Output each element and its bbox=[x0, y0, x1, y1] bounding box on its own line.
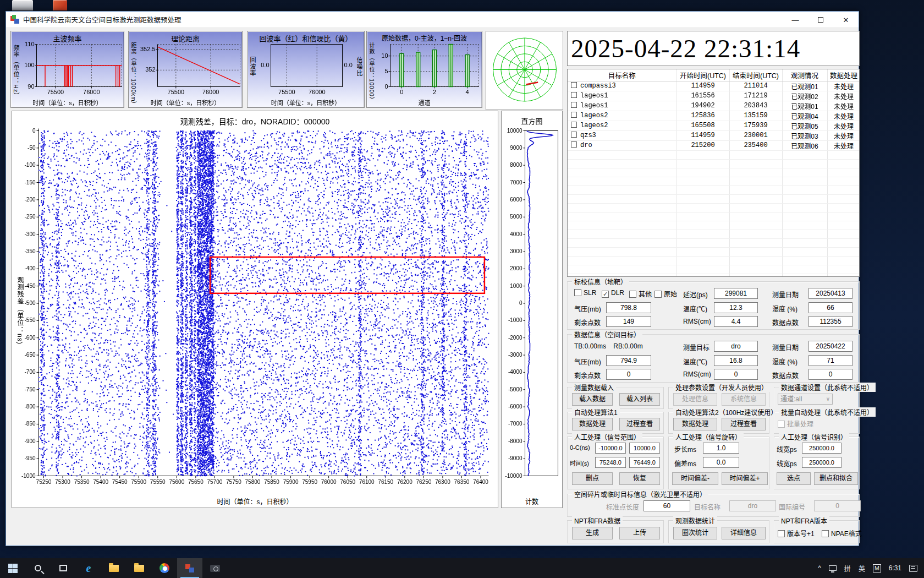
step-field[interactable]: 1.0 bbox=[703, 443, 739, 454]
table-row[interactable] bbox=[568, 159, 860, 168]
space-humidity-field[interactable]: 71 bbox=[809, 355, 853, 366]
ime-pinyin-indicator[interactable]: 拼 bbox=[840, 558, 855, 578]
clock-tray[interactable]: 6:31 bbox=[885, 558, 905, 578]
table-row[interactable] bbox=[568, 194, 860, 203]
generate-button[interactable]: 生成 bbox=[572, 527, 613, 539]
auto2-view-button[interactable]: 过程查看 bbox=[722, 418, 766, 430]
linewidth2-field[interactable]: 250000.0 bbox=[802, 457, 842, 468]
table-row[interactable]: lageos2165508175939已观测05未处理 bbox=[568, 121, 860, 130]
camera-app-button[interactable] bbox=[202, 558, 228, 578]
table-header-cell[interactable]: 数据处理 bbox=[827, 69, 860, 81]
row-checkbox[interactable] bbox=[571, 102, 577, 108]
space-count-field[interactable]: 0 bbox=[809, 369, 853, 380]
calib-points-field[interactable]: 149 bbox=[606, 316, 651, 327]
preprocess-app-button[interactable] bbox=[177, 558, 202, 578]
delete-fit-button[interactable]: 删点和拟合 bbox=[814, 472, 858, 485]
table-row[interactable] bbox=[568, 247, 860, 256]
space-points-field[interactable]: 0 bbox=[606, 369, 651, 380]
table-header-cell[interactable]: 开始时间(UTC) bbox=[676, 69, 729, 81]
calib-humidity-field[interactable]: 66 bbox=[809, 302, 853, 313]
table-row[interactable] bbox=[568, 230, 860, 238]
calib-temp-field[interactable]: 12.3 bbox=[714, 302, 758, 313]
table-row[interactable] bbox=[568, 168, 860, 177]
table-row[interactable] bbox=[568, 238, 860, 247]
tray-display-button[interactable] bbox=[825, 558, 840, 578]
linewidth1-field[interactable]: 250000.0 bbox=[802, 443, 842, 454]
row-checkbox[interactable] bbox=[571, 112, 577, 118]
load-data-button[interactable]: 载入数据 bbox=[572, 393, 613, 406]
notification-button[interactable] bbox=[905, 558, 921, 578]
minimize-button[interactable]: — bbox=[783, 12, 808, 28]
detail-info-button[interactable]: 详细信息 bbox=[722, 527, 766, 539]
time-offset-plus-button[interactable]: 时间偏差+ bbox=[722, 472, 768, 485]
load-list-button[interactable]: 载入列表 bbox=[619, 393, 660, 406]
table-row[interactable] bbox=[568, 221, 860, 230]
normal-point-length-field[interactable]: 60 bbox=[644, 500, 690, 511]
close-button[interactable]: ✕ bbox=[833, 12, 859, 28]
calib-pressure-field[interactable]: 798.8 bbox=[606, 302, 651, 313]
space-date-field[interactable]: 20250422 bbox=[809, 341, 853, 352]
table-row[interactable] bbox=[568, 150, 860, 159]
space-target-field[interactable]: dro bbox=[714, 341, 758, 352]
table-header-cell[interactable]: 观测情况 bbox=[782, 69, 827, 81]
row-checkbox[interactable] bbox=[571, 82, 577, 88]
table-row[interactable] bbox=[568, 256, 860, 265]
row-checkbox[interactable] bbox=[571, 141, 577, 148]
time-min-field[interactable]: 75248.0 bbox=[595, 457, 626, 468]
browser-button[interactable] bbox=[152, 558, 177, 578]
space-temp-field[interactable]: 16.8 bbox=[714, 355, 758, 366]
space-pressure-field[interactable]: 794.9 bbox=[606, 355, 651, 366]
maximize-button[interactable] bbox=[808, 12, 833, 28]
taskview-button[interactable] bbox=[51, 558, 76, 578]
time-max-field[interactable]: 76449.0 bbox=[629, 457, 660, 468]
raw-checkbox[interactable]: 原始 bbox=[654, 289, 677, 298]
folder2-button[interactable] bbox=[127, 558, 152, 578]
table-row[interactable]: dro215200235400已观测06未处理 bbox=[568, 140, 860, 150]
calib-date-field[interactable]: 20250413 bbox=[809, 288, 853, 299]
residual-plot-canvas[interactable] bbox=[12, 111, 498, 497]
start-button[interactable] bbox=[0, 558, 25, 578]
npae-format-checkbox[interactable]: NPAE格式 bbox=[822, 528, 862, 538]
other-checkbox[interactable]: 其他 bbox=[629, 289, 652, 298]
row-checkbox[interactable] bbox=[571, 132, 577, 138]
space-rms-field[interactable]: 0 bbox=[714, 369, 758, 380]
target-table[interactable]: 目标名称开始时间(UTC)结束时间(UTC)观测情况数据处理 compassi3… bbox=[568, 69, 860, 277]
delay-field[interactable]: 299081 bbox=[714, 288, 758, 299]
restore-button[interactable]: 恢复 bbox=[619, 472, 660, 485]
calib-rms-field[interactable]: 4.4 bbox=[714, 316, 758, 327]
table-header-cell[interactable]: 结束时间(UTC) bbox=[729, 69, 782, 81]
slr-checkbox[interactable]: SLR bbox=[574, 289, 596, 297]
pass-stat-button[interactable]: 圈次统计 bbox=[673, 527, 717, 539]
dlr-checkbox[interactable]: ✓DLR bbox=[602, 289, 624, 298]
table-row[interactable] bbox=[568, 212, 860, 221]
upload-button[interactable]: 上传 bbox=[619, 527, 660, 539]
table-row[interactable]: lageos1161556171219已观测02未处理 bbox=[568, 91, 860, 101]
version-plus-checkbox[interactable]: 版本号+1 bbox=[778, 528, 815, 538]
desktop-icon-app[interactable] bbox=[53, 0, 67, 10]
oc-max-field[interactable]: 10000.0 bbox=[629, 443, 660, 454]
calib-count-field[interactable]: 112355 bbox=[809, 316, 853, 327]
row-checkbox[interactable] bbox=[571, 92, 577, 98]
auto1-process-button[interactable]: 数据处理 bbox=[572, 418, 613, 430]
select-points-button[interactable]: 选点 bbox=[777, 472, 811, 485]
table-row[interactable]: qzs3114959230001已观测03未处理 bbox=[568, 130, 860, 140]
table-row[interactable]: lageos2125836135159已观测04未处理 bbox=[568, 111, 860, 121]
ime-lang-indicator[interactable]: 英 bbox=[855, 558, 869, 578]
oc-min-field[interactable]: -10000.0 bbox=[595, 443, 626, 454]
search-button[interactable] bbox=[25, 558, 51, 578]
explorer-button[interactable] bbox=[101, 558, 127, 578]
table-row[interactable] bbox=[568, 177, 860, 186]
table-header-cell[interactable]: 目标名称 bbox=[568, 69, 676, 81]
tray-chevron-button[interactable]: ^ bbox=[814, 558, 825, 578]
auto2-process-button[interactable]: 数据处理 bbox=[673, 418, 717, 430]
auto1-view-button[interactable]: 过程查看 bbox=[619, 418, 660, 430]
delete-points-button[interactable]: 删点 bbox=[572, 472, 613, 485]
table-row[interactable] bbox=[568, 186, 860, 194]
table-row[interactable] bbox=[568, 203, 860, 212]
table-row[interactable]: compassi3114959211014已观测01未处理 bbox=[568, 81, 860, 91]
table-row[interactable] bbox=[568, 265, 860, 274]
time-offset-minus-button[interactable]: 时间偏差- bbox=[672, 472, 718, 485]
row-checkbox[interactable] bbox=[571, 122, 577, 128]
ime-mode-indicator[interactable]: M bbox=[869, 558, 885, 578]
table-row[interactable]: lageos1194902203843已观测01未处理 bbox=[568, 101, 860, 111]
